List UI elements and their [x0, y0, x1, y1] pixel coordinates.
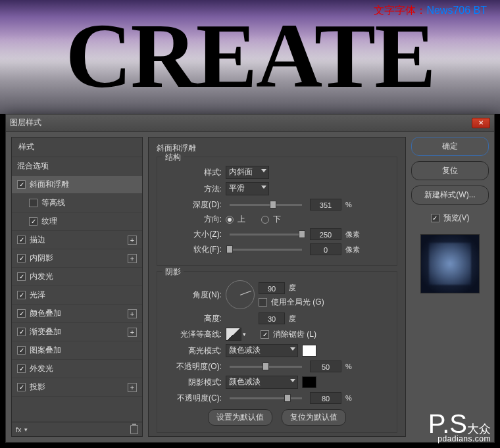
- trash-icon[interactable]: [130, 425, 138, 434]
- size-label: 大小(Z):: [164, 229, 222, 240]
- titlebar[interactable]: 图层样式 ✕: [6, 114, 494, 132]
- settings-panel: 斜面和浮雕 结构 样式: 内斜面 方法: 平滑 深度(D): 351 %: [148, 137, 406, 437]
- add-icon[interactable]: +: [128, 328, 137, 337]
- size-slider[interactable]: [230, 234, 302, 236]
- styles-header[interactable]: 样式: [12, 137, 142, 157]
- row-inner-shadow[interactable]: 内阴影 +: [12, 249, 142, 268]
- cb-outer-glow[interactable]: [17, 364, 26, 373]
- shading-label: 阴影: [162, 266, 184, 278]
- shadow-color-swatch[interactable]: [302, 376, 316, 388]
- chevron-down-icon: [290, 347, 295, 351]
- depth-label: 深度(D):: [164, 199, 222, 211]
- cb-texture[interactable]: [29, 217, 38, 226]
- cb-inner-glow[interactable]: [17, 272, 26, 281]
- structure-fieldset: 结构 样式: 内斜面 方法: 平滑 深度(D): 351 % 方向:: [157, 157, 397, 266]
- style-select[interactable]: 内斜面: [226, 166, 269, 179]
- highlight-opacity-slider[interactable]: [230, 366, 302, 368]
- cb-pattern-overlay[interactable]: [17, 346, 26, 355]
- make-default-button[interactable]: 设置为默认值: [208, 409, 272, 426]
- row-texture[interactable]: 纹理: [12, 212, 142, 231]
- angle-dial[interactable]: [226, 280, 255, 309]
- gloss-contour-label: 光泽等高线:: [164, 329, 222, 340]
- shadow-opacity-label: 不透明度(C):: [164, 393, 222, 404]
- depth-slider[interactable]: [230, 204, 302, 206]
- technique-label: 方法:: [164, 184, 222, 195]
- highlight-opacity-label: 不透明度(O):: [164, 361, 222, 372]
- row-pattern-overlay[interactable]: 图案叠加: [12, 341, 142, 360]
- row-drop-shadow[interactable]: 投影 +: [12, 378, 142, 397]
- create-word: CREATE: [0, 10, 500, 102]
- cb-bevel[interactable]: [17, 180, 26, 189]
- altitude-input[interactable]: 30: [259, 312, 285, 324]
- chevron-down-icon: [290, 379, 295, 382]
- gloss-contour-picker[interactable]: [226, 328, 241, 341]
- row-outer-glow[interactable]: 外发光: [12, 360, 142, 378]
- soften-label: 软化(F):: [164, 244, 222, 255]
- cb-satin[interactable]: [17, 291, 26, 299]
- row-inner-glow[interactable]: 内发光: [12, 268, 142, 286]
- add-icon[interactable]: +: [128, 254, 137, 263]
- size-input[interactable]: 250: [310, 228, 341, 240]
- structure-label: 结构: [162, 152, 184, 163]
- angle-label: 角度(N):: [164, 289, 222, 301]
- row-stroke[interactable]: 描边 +: [12, 231, 142, 249]
- altitude-label: 高度:: [164, 313, 222, 324]
- preview-thumbnail: [420, 234, 480, 293]
- row-blending-options[interactable]: 混合选项: [12, 157, 142, 176]
- row-satin[interactable]: 光泽: [12, 286, 142, 305]
- depth-input[interactable]: 351: [310, 199, 341, 211]
- direction-up-radio[interactable]: [226, 216, 234, 224]
- cb-color-overlay[interactable]: [17, 309, 26, 318]
- cb-preview[interactable]: [431, 214, 439, 222]
- cb-contour[interactable]: [29, 199, 38, 207]
- soften-slider[interactable]: [230, 249, 302, 251]
- preview-label: 预览(V): [443, 212, 470, 224]
- style-label: 样式:: [164, 167, 222, 178]
- cb-stroke[interactable]: [17, 236, 26, 244]
- shadow-opacity-slider[interactable]: [230, 397, 302, 399]
- right-column: 确定 复位 新建样式(W)... 预览(V): [411, 137, 489, 437]
- styles-sidebar: 样式 混合选项 斜面和浮雕 等高线 纹理 描边 +: [11, 137, 143, 437]
- layer-style-dialog: 图层样式 ✕ 样式 混合选项 斜面和浮雕 等高线 纹理: [5, 114, 495, 443]
- technique-select[interactable]: 平滑: [226, 182, 269, 195]
- banner: CREATE 文字字体：News706 BT: [0, 0, 500, 114]
- highlight-opacity-input[interactable]: 50: [310, 361, 341, 372]
- cb-antialias[interactable]: [261, 330, 269, 339]
- new-style-button[interactable]: 新建样式(W)...: [411, 186, 489, 205]
- highlight-color-swatch[interactable]: [302, 345, 316, 357]
- chevron-down-icon: [261, 186, 266, 189]
- row-contour[interactable]: 等高线: [12, 194, 142, 212]
- cb-global-light[interactable]: [259, 298, 267, 307]
- cancel-button[interactable]: 复位: [411, 161, 489, 180]
- add-icon[interactable]: +: [128, 309, 137, 318]
- dialog-title: 图层样式: [10, 117, 472, 128]
- highlight-mode-select[interactable]: 颜色减淡: [226, 344, 298, 357]
- shadow-opacity-input[interactable]: 80: [310, 392, 341, 404]
- font-label: 文字字体：News706 BT: [374, 4, 487, 18]
- shadow-mode-label: 阴影模式:: [164, 377, 222, 388]
- fx-label[interactable]: fx: [16, 426, 22, 434]
- angle-input[interactable]: 90: [259, 282, 285, 294]
- direction-label: 方向:: [164, 214, 222, 225]
- row-bevel-emboss[interactable]: 斜面和浮雕: [12, 176, 142, 194]
- shading-fieldset: 阴影 角度(N): 90 度 使用全局光 (G): [157, 271, 397, 433]
- direction-down-radio[interactable]: [261, 216, 269, 224]
- highlight-mode-label: 高光模式:: [164, 345, 222, 357]
- reset-default-button[interactable]: 复位为默认值: [282, 409, 346, 426]
- cb-gradient-overlay[interactable]: [17, 328, 26, 336]
- row-gradient-overlay[interactable]: 渐变叠加 +: [12, 323, 142, 341]
- add-icon[interactable]: +: [128, 236, 137, 245]
- soften-input[interactable]: 0: [310, 243, 341, 255]
- chevron-down-icon: [261, 169, 266, 172]
- ok-button[interactable]: 确定: [411, 137, 489, 156]
- add-icon[interactable]: +: [128, 383, 137, 392]
- cb-drop-shadow[interactable]: [17, 383, 26, 391]
- cb-inner-shadow[interactable]: [17, 254, 26, 262]
- row-color-overlay[interactable]: 颜色叠加 +: [12, 305, 142, 323]
- sidebar-footer: fx ▾: [11, 422, 143, 437]
- close-button[interactable]: ✕: [472, 118, 490, 128]
- panel-title: 斜面和浮雕: [157, 143, 397, 154]
- shadow-mode-select[interactable]: 颜色减淡: [226, 376, 298, 389]
